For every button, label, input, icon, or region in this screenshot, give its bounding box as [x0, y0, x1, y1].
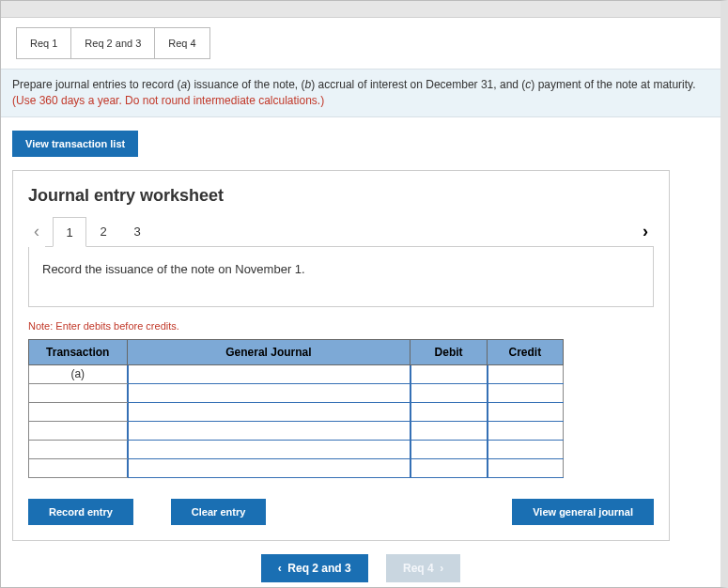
- debit-cell[interactable]: [410, 402, 487, 421]
- gj-cell[interactable]: [127, 458, 410, 477]
- instr-red: (Use 360 days a year. Do not round inter…: [12, 94, 324, 107]
- prev-req-button[interactable]: ‹ Req 2 and 3: [261, 554, 368, 582]
- credit-cell[interactable]: [487, 440, 563, 458]
- credit-cell[interactable]: [487, 364, 563, 383]
- col-transaction: Transaction: [29, 339, 128, 364]
- col-debit: Debit: [410, 339, 487, 364]
- chevron-left-icon: ‹: [278, 562, 282, 575]
- next-req-button: Req 4 ›: [386, 554, 460, 582]
- table-row: [29, 440, 564, 458]
- req-tab-2-3[interactable]: Req 2 and 3: [70, 27, 155, 59]
- debit-cell[interactable]: [410, 458, 487, 477]
- nav-prev-icon[interactable]: ‹: [28, 222, 45, 241]
- instr-seg1: Prepare journal entries to record (: [12, 78, 180, 91]
- gj-cell[interactable]: [127, 421, 410, 440]
- table-row: [29, 458, 564, 477]
- entry-tab-3[interactable]: 3: [120, 217, 154, 247]
- button-row: Record entry Clear entry View general jo…: [28, 499, 654, 525]
- transaction-cell: (a): [29, 364, 128, 383]
- journal-table: Transaction General Journal Debit Credit…: [28, 339, 564, 478]
- req-tab-4[interactable]: Req 4: [154, 27, 209, 59]
- table-row: (a): [29, 364, 564, 383]
- credit-cell[interactable]: [487, 402, 563, 421]
- gj-cell[interactable]: [127, 440, 410, 458]
- transaction-cell: [29, 458, 128, 477]
- top-gray-bar: [1, 1, 720, 18]
- transaction-cell: [29, 440, 128, 458]
- transaction-cell: [29, 383, 128, 402]
- debits-before-credits-note: Note: Enter debits before credits.: [28, 320, 654, 332]
- table-row: [29, 402, 564, 421]
- credit-cell[interactable]: [487, 421, 563, 440]
- debit-cell[interactable]: [410, 440, 487, 458]
- transaction-cell: [29, 402, 128, 421]
- record-instruction: Record the issuance of the note on Novem…: [28, 247, 654, 307]
- chevron-right-icon: ›: [440, 562, 443, 575]
- entry-tab-1[interactable]: 1: [53, 217, 86, 247]
- next-req-label: Req 4: [403, 562, 434, 575]
- entry-nav: ‹ 1 2 3 ›: [28, 217, 654, 247]
- worksheet-title: Journal entry worksheet: [28, 186, 654, 206]
- transaction-cell: [29, 421, 128, 440]
- instr-seg4: ) payment of the note at maturity.: [531, 78, 695, 91]
- entry-tab-2[interactable]: 2: [86, 217, 120, 247]
- nav-next-icon[interactable]: ›: [637, 222, 654, 241]
- gj-cell[interactable]: [127, 402, 410, 421]
- table-row: [29, 421, 564, 440]
- gj-cell[interactable]: [127, 364, 410, 383]
- view-general-journal-button[interactable]: View general journal: [512, 499, 654, 525]
- record-entry-button[interactable]: Record entry: [28, 499, 133, 525]
- debit-cell[interactable]: [410, 364, 487, 383]
- col-credit: Credit: [487, 339, 563, 364]
- instruction-text: Prepare journal entries to record (a) is…: [1, 69, 720, 117]
- req-tabs: Req 1 Req 2 and 3 Req 4: [1, 18, 720, 59]
- debit-cell[interactable]: [410, 421, 487, 440]
- credit-cell[interactable]: [487, 458, 563, 477]
- table-row: [29, 383, 564, 402]
- journal-worksheet: Journal entry worksheet ‹ 1 2 3 › Record…: [12, 170, 670, 541]
- clear-entry-button[interactable]: Clear entry: [171, 499, 266, 525]
- credit-cell[interactable]: [487, 383, 563, 402]
- prev-req-label: Req 2 and 3: [287, 562, 350, 575]
- instr-seg2: ) issuance of the note, (: [187, 78, 304, 91]
- debit-cell[interactable]: [410, 383, 487, 402]
- gj-cell[interactable]: [127, 383, 410, 402]
- col-general-journal: General Journal: [127, 339, 410, 364]
- req-tab-1[interactable]: Req 1: [16, 27, 71, 59]
- instr-seg3: ) accrual of interest on December 31, an…: [311, 78, 525, 91]
- bottom-nav: ‹ Req 2 and 3 Req 4 ›: [1, 554, 720, 582]
- view-transaction-list-button[interactable]: View transaction list: [12, 131, 138, 157]
